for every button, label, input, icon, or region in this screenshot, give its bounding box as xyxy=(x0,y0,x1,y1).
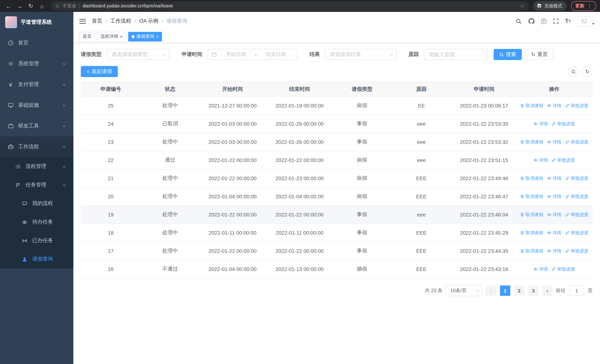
refresh-table-button[interactable]: ↻ xyxy=(582,66,593,77)
cancel-action-link[interactable]: 取消请假 xyxy=(520,175,543,181)
breadcrumb-item-home[interactable]: 首页 xyxy=(92,18,102,24)
reload-icon[interactable]: ↻ xyxy=(26,1,36,11)
page-button-2[interactable]: 2 xyxy=(514,285,525,296)
detail-action-link[interactable]: 详情 xyxy=(534,121,548,127)
breadcrumb-item-oa-example[interactable]: OA 示例 xyxy=(139,18,159,24)
security-label[interactable]: 不安全 xyxy=(63,3,76,9)
page-button-3[interactable]: 3 xyxy=(528,285,538,296)
user-avatar[interactable]: ▾ xyxy=(577,16,594,26)
address-bar[interactable]: ⚠ 不安全 dashboard.yudao.iocoder.cn/bpm/oa/… xyxy=(51,1,529,10)
table-row[interactable]: 18 处理中 2022-01-11 00:00:00 2022-01-11 00… xyxy=(81,224,593,242)
cancel-action-link[interactable]: 取消请假 xyxy=(520,193,543,200)
cell-apply-time: 2022-01-22 23:45:29 xyxy=(452,224,516,242)
result-select[interactable]: 请选择流结果 xyxy=(325,49,396,60)
sidebar-item-system[interactable]: 系统管理 xyxy=(0,53,73,74)
url-text[interactable]: dashboard.yudao.iocoder.cn/bpm/oa/leave xyxy=(83,3,517,9)
sidebar-item-workflow[interactable]: 工作流程 xyxy=(0,136,73,157)
sidebar-item-done-tasks[interactable]: 已办任务 xyxy=(0,231,73,250)
detail-action-link[interactable]: 详情 xyxy=(547,139,562,145)
date-range-picker[interactable]: 开始日期 - 结束日期 xyxy=(207,49,298,60)
sidebar-item-payment[interactable]: ¥ 支付管理 xyxy=(0,74,73,95)
table-row[interactable]: 19 处理中 2022-01-22 00:00:00 2022-01-22 00… xyxy=(81,205,593,224)
sidebar-item-dev-tools[interactable]: 研发工具 xyxy=(0,116,73,136)
progress-action-link[interactable]: 审批进度 xyxy=(565,175,589,181)
back-icon[interactable]: ← xyxy=(4,1,13,11)
sidebar-item-my-process[interactable]: 我的流程 xyxy=(0,194,73,213)
progress-action-link[interactable]: 审批进度 xyxy=(565,248,589,254)
search-icon[interactable] xyxy=(515,17,522,25)
sidebar-item-home[interactable]: 首页 xyxy=(0,33,73,53)
detail-action-link[interactable]: 详情 xyxy=(534,157,548,163)
font-size-icon[interactable]: TT xyxy=(565,17,571,25)
progress-action-link[interactable]: 审批进度 xyxy=(565,139,589,145)
table-tools: ↻ xyxy=(568,66,593,77)
progress-action-link[interactable]: 审批进度 xyxy=(565,103,589,109)
progress-action-link[interactable]: 审批进度 xyxy=(565,230,589,236)
breadcrumb-item-workflow[interactable]: 工作流程 xyxy=(111,18,131,24)
action-label: 详情 xyxy=(553,193,562,200)
cancel-action-link[interactable]: 取消请假 xyxy=(520,139,543,145)
cancel-action-link[interactable]: 取消请假 xyxy=(520,230,543,236)
goto-page-input[interactable] xyxy=(569,285,584,296)
progress-action-link[interactable]: 审批进度 xyxy=(552,157,575,163)
table-row[interactable]: 24 已取消 2022-01-03 00:00:00 2022-01-26 00… xyxy=(81,115,593,133)
table-row[interactable]: 22 通过 2022-01-22 00:00:00 2022-01-22 00:… xyxy=(81,151,593,169)
hamburger-icon[interactable] xyxy=(79,19,86,24)
bookmark-star-icon[interactable]: ☆ xyxy=(520,3,525,9)
progress-action-link[interactable]: 审批进度 xyxy=(565,212,589,218)
eye-icon xyxy=(547,176,552,180)
detail-action-link[interactable]: 详情 xyxy=(547,248,562,254)
help-icon[interactable]: ? xyxy=(541,17,546,25)
sidebar-item-process-management[interactable]: 流程管理 xyxy=(0,157,73,176)
close-tab-icon[interactable]: × xyxy=(120,34,123,39)
tab-process-detail[interactable]: 流程详情 × xyxy=(97,32,126,41)
detail-action-link[interactable]: 详情 xyxy=(547,103,562,109)
next-page-button[interactable]: › xyxy=(542,285,553,296)
tab-leave-query[interactable]: 请假查询 × xyxy=(128,32,162,41)
page-button-1[interactable]: 1 xyxy=(500,285,510,296)
sidebar-item-leave-query[interactable]: 请假查询 xyxy=(0,250,73,268)
progress-action-link[interactable]: 审批进度 xyxy=(552,121,575,127)
toggle-search-button[interactable] xyxy=(568,66,579,77)
leave-type-label: 请假类型 xyxy=(81,51,102,58)
detail-action-link[interactable]: 详情 xyxy=(547,212,562,218)
detail-action-link[interactable]: 详情 xyxy=(534,266,548,272)
forward-icon[interactable]: → xyxy=(15,1,24,11)
sidebar-item-infrastructure[interactable]: 基础设施 xyxy=(0,95,73,116)
table-row[interactable]: 25 处理中 2021-12-27 00:00:00 2022-01-19 00… xyxy=(81,97,593,115)
app-logo[interactable]: 芋道管理系统 xyxy=(0,12,73,33)
cancel-action-link[interactable]: 取消请假 xyxy=(520,103,543,109)
detail-action-link[interactable]: 详情 xyxy=(547,175,562,181)
sidebar-item-task-management[interactable]: 任务管理 xyxy=(0,176,73,194)
start-date-input[interactable]: 开始日期 xyxy=(218,51,253,58)
fullscreen-icon[interactable] xyxy=(553,17,559,25)
table-row[interactable]: 21 处理中 2022-01-22 00:00:00 2022-01-23 00… xyxy=(81,169,593,187)
cell-status: 处理中 xyxy=(141,205,200,224)
end-date-input[interactable]: 结束日期 xyxy=(258,51,293,58)
prev-page-button[interactable]: ‹ xyxy=(486,285,496,296)
create-leave-button[interactable]: + 发起请假 xyxy=(81,66,118,77)
sidebar-item-todo-tasks[interactable]: 待办任务 xyxy=(0,213,73,231)
search-button[interactable]: 搜索 xyxy=(494,49,522,60)
progress-action-link[interactable]: 审批进度 xyxy=(552,266,575,272)
reason-input[interactable] xyxy=(424,49,488,60)
reset-button[interactable]: ↻ 重置 xyxy=(525,49,553,60)
update-button[interactable]: 更新 ⋮ xyxy=(571,1,596,11)
home-icon[interactable]: ⌂ xyxy=(37,1,47,11)
table-row[interactable]: 23 处理中 2022-01-03 00:00:00 2022-01-26 00… xyxy=(81,133,593,151)
close-tab-icon[interactable]: × xyxy=(156,34,159,39)
cancel-action-link[interactable]: 取消请假 xyxy=(520,212,543,218)
cancel-action-link[interactable]: 取消请假 xyxy=(520,248,543,254)
table-row[interactable]: 20 处理中 2022-01-04 00:00:00 2022-01-04 00… xyxy=(81,187,593,205)
detail-action-link[interactable]: 详情 xyxy=(547,230,562,236)
table-row[interactable]: 17 处理中 2022-01-22 00:00:00 2022-01-22 00… xyxy=(81,242,593,260)
detail-action-link[interactable]: 详情 xyxy=(547,193,562,200)
browser-menu-icon[interactable]: ⋮ xyxy=(587,3,592,9)
tab-home[interactable]: 首页 xyxy=(79,32,95,41)
github-icon[interactable] xyxy=(528,17,534,25)
page-size-select[interactable]: 10条/页 xyxy=(445,285,483,296)
progress-action-link[interactable]: 审批进度 xyxy=(565,193,589,200)
table-row[interactable]: 16 不通过 2022-01-04 00:00:00 2022-01-13 00… xyxy=(81,260,593,278)
leave-type-select[interactable]: 请选择请假类型 xyxy=(107,49,170,60)
cell-apply-time: 2022-01-22 23:51:15 xyxy=(452,151,516,169)
